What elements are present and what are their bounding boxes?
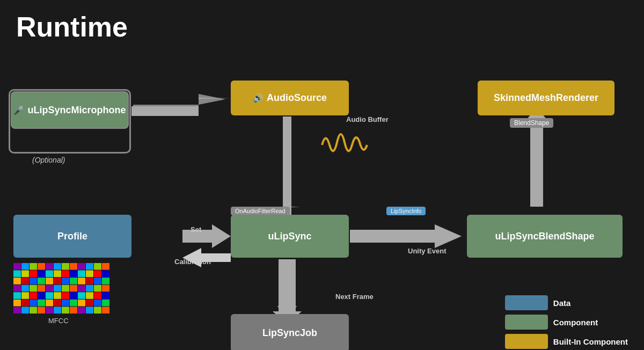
microphone-box: 🎤 uLipSyncMicrophone bbox=[11, 91, 129, 129]
ulipsyncblendshape-box: uLipSyncBlendShape bbox=[467, 215, 623, 258]
audio-buffer-label: Audio Buffer bbox=[346, 115, 389, 123]
optional-label: (Optional) bbox=[32, 156, 65, 164]
legend-data-box bbox=[505, 295, 548, 310]
svg-marker-5 bbox=[133, 94, 225, 113]
unity-event-label: Unity Event bbox=[408, 247, 447, 255]
legend-data-label: Data bbox=[553, 298, 571, 308]
page-title: Runtime bbox=[0, 0, 644, 48]
audio-icon: 🔊 bbox=[253, 93, 264, 103]
audiosource-box: 🔊 AudioSource bbox=[231, 81, 349, 115]
ulipsyncblendshape-label: uLipSyncBlendShape bbox=[495, 231, 594, 242]
mfcc-label: MFCC bbox=[48, 317, 69, 325]
legend: Data Component Built-In Component bbox=[505, 295, 628, 349]
legend-data: Data bbox=[505, 295, 628, 310]
mfcc-grid bbox=[13, 263, 110, 314]
lipsyncjob-label: LipSyncJob bbox=[262, 327, 317, 339]
legend-builtin-label: Built-In Component bbox=[553, 337, 628, 346]
svg-line-4 bbox=[131, 99, 223, 111]
svg-line-7 bbox=[130, 98, 224, 111]
svg-marker-15 bbox=[277, 259, 297, 322]
svg-marker-10 bbox=[182, 224, 231, 248]
lipsyncinfo-tag: LipSyncInfo bbox=[386, 207, 426, 215]
ulipsync-label: uLipSync bbox=[268, 231, 311, 242]
blendshape-tag: BlendShape bbox=[510, 118, 553, 128]
skinnedmesh-label: SkinnedMeshRenderer bbox=[494, 92, 598, 104]
legend-builtin: Built-In Component bbox=[505, 334, 628, 349]
calibration-label: Calibration bbox=[174, 258, 211, 266]
next-frame-label: Next Frame bbox=[335, 293, 374, 301]
profile-box: Profile bbox=[13, 215, 131, 258]
diagram: 🎤 uLipSyncMicrophone (Optional) 🔊 AudioS… bbox=[0, 48, 644, 350]
profile-label: Profile bbox=[57, 231, 87, 242]
svg-marker-12 bbox=[350, 224, 462, 248]
set-label: Set bbox=[191, 225, 201, 234]
onaudiofilter-tag: OnAudioFilterRead bbox=[231, 207, 290, 215]
legend-component-box bbox=[505, 315, 548, 330]
legend-component-label: Component bbox=[553, 318, 598, 327]
skinnedmesh-box: SkinnedMeshRenderer bbox=[478, 81, 614, 115]
ulipsync-box: uLipSync bbox=[231, 215, 349, 258]
svg-marker-8 bbox=[131, 98, 231, 116]
legend-component: Component bbox=[505, 315, 628, 330]
legend-builtin-box bbox=[505, 334, 548, 349]
svg-marker-9 bbox=[274, 116, 301, 215]
microphone-label: uLipSyncMicrophone bbox=[27, 105, 126, 116]
lipsyncjob-box: LipSyncJob bbox=[231, 314, 349, 350]
mic-icon: 🎤 bbox=[13, 105, 24, 115]
audiosource-label: AudioSource bbox=[267, 92, 327, 104]
